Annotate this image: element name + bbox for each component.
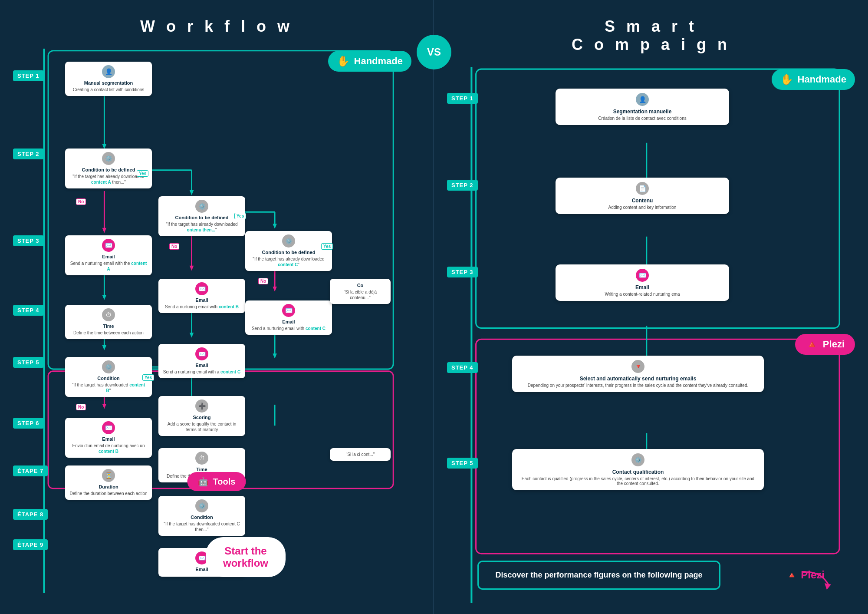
condition7-title: Condition (163, 514, 241, 520)
seg-manuelle-icon: 👤 (636, 93, 649, 106)
plezi-logo-bottom: 🔺 Plezi (786, 569, 825, 581)
card-condition5: ⚙️ Condition "If the target has download… (65, 357, 152, 397)
tools-badge: 🤖 Tools (187, 472, 246, 491)
discover-box: Discover the performance figures on the … (477, 561, 720, 590)
card-email-a: ✉️ Email Send a nurturing email with the… (65, 235, 152, 275)
yes-label-1: Yes (137, 170, 148, 177)
email-c2-body: Send a nurturing email with content C (250, 326, 328, 331)
start-workflow-button[interactable]: Start the workflow (206, 537, 286, 577)
step-5-label: STEP 5 (13, 357, 44, 368)
svg-marker-19 (190, 266, 194, 271)
condition7-body: "If the target has downloaded content C … (163, 521, 241, 532)
svg-marker-11 (102, 295, 107, 300)
si-la-cible-top-body: "Si la cible a déjà contenu..." (334, 289, 386, 300)
card-email-c: ✉️ Email Send a nurturing email with a c… (158, 344, 245, 378)
svg-marker-13 (102, 345, 107, 350)
card-time1: ⏱ Time Define the time between each acti… (65, 305, 152, 339)
step-6-label: STEP 6 (13, 418, 44, 429)
email-b2-body: Envoi d'un email de nurturing avec un co… (69, 443, 148, 454)
email-b-body: Send a nurturing email with content B (163, 304, 241, 310)
si-la-ci-body: "Si la ci cont..." (334, 452, 386, 457)
yes-label-2: Yes (234, 213, 246, 219)
card-condition2: ⚙️ Condition to be defined "If the targe… (158, 196, 245, 236)
step-9-label: ÉTAPE 9 (13, 539, 48, 550)
workflow-diagram: ✋ Handmade STEP 1 STEP 2 STEP 3 STEP 4 S… (9, 49, 424, 593)
svg-marker-27 (190, 333, 194, 338)
manual-seg-title: Manual segmentation (69, 80, 148, 86)
svg-marker-6 (102, 228, 107, 233)
vs-circle: VS (417, 35, 451, 69)
duration-title: Duration (69, 484, 148, 490)
time1-body: Define the time between each action (69, 330, 148, 336)
handmade-icon-right: ✋ (780, 73, 793, 86)
email-a-icon: ✉️ (102, 239, 115, 252)
email-b-icon: ✉️ (195, 282, 208, 295)
card-si-la-ci: "Si la ci cont..." (330, 448, 391, 461)
card-auto-send: 🔻 Select and automatically send nurturin… (512, 356, 764, 392)
handmade-icon-left: ✋ (337, 55, 350, 67)
seg-manuelle-body: Création de la liste de contact avec con… (562, 116, 723, 121)
card-email-b2: ✉️ Email Envoi d'un email de nurturing a… (65, 418, 152, 458)
plezi-logo-icon: 🔺 (786, 570, 797, 580)
email-c2-title: Email (250, 319, 328, 325)
card-condition1: ⚙️ Condition to be defined "If the targe… (65, 149, 152, 188)
no-label-2: No (169, 243, 179, 250)
svg-marker-24 (273, 287, 277, 292)
duration-icon: ⏳ (102, 469, 115, 482)
condition3-body: "If the target has already downloaded co… (250, 256, 328, 267)
si-la-cible-top-title: Co (334, 282, 386, 288)
right-step-1-label: STEP 1 (447, 93, 478, 104)
duration-body: Define the duration between each action (69, 491, 148, 496)
email-a-title: Email (69, 254, 148, 260)
card-condition7: ⚙️ Condition "If the target has download… (158, 496, 245, 536)
email-b2-icon: ✉️ (102, 421, 115, 434)
auto-send-title: Select and automatically send nurturing … (518, 376, 758, 382)
card-contenu: 📄 Contenu Adding content and key informa… (556, 178, 729, 214)
vs-label: VS (427, 46, 441, 58)
card-duration: ⏳ Duration Define the duration between e… (65, 465, 152, 500)
time1-title: Time (69, 323, 148, 329)
right-panel: S m a r t C o m p a i g n (434, 0, 868, 614)
email-c2-icon: ✉️ (282, 304, 295, 317)
no-label-1: No (76, 198, 86, 205)
no-label-5: No (76, 404, 86, 410)
person-icon: 👤 (102, 65, 115, 78)
main-container: VS W o r k f l o w (0, 0, 868, 614)
discover-text: Discover the performance figures on the … (495, 571, 702, 579)
card-si-la-cible-top: Co "Si la cible a déjà contenu..." (330, 279, 391, 304)
scoring-title: Scoring (163, 414, 241, 420)
left-panel: W o r k f l o w (0, 0, 434, 614)
condition5-body: "If the target has downloaded content B" (69, 382, 148, 393)
scoring-body: Add a score to qualify the contact in te… (163, 421, 241, 432)
condition1-icon: ⚙️ (102, 152, 115, 165)
right-step-4-label: STEP 4 (447, 362, 478, 373)
tools-label: Tools (213, 477, 236, 487)
email-right-icon: ✉️ (636, 269, 649, 282)
condition2-icon: ⚙️ (195, 200, 208, 213)
manual-seg-body: Creating a contact list with conditions (69, 87, 148, 92)
card-condition3: ⚙️ Condition to be defined "If the targe… (245, 231, 332, 271)
plezi-badge: 🔺 Plezi (795, 334, 855, 355)
step-1-label: STEP 1 (13, 70, 44, 81)
condition7-icon: ⚙️ (195, 499, 208, 512)
email-right-title: Email (562, 284, 723, 290)
svg-marker-42 (825, 583, 831, 590)
plezi-logo-text: Plezi (801, 569, 825, 581)
yes-label-3: Yes (321, 243, 333, 250)
card-scoring: ➕ Scoring Add a score to qualify the con… (158, 396, 245, 436)
condition5-title: Condition (69, 375, 148, 381)
svg-marker-28 (273, 353, 277, 359)
condition3-icon: ⚙️ (282, 234, 295, 248)
svg-marker-15 (102, 404, 107, 409)
email-c-icon: ✉️ (195, 347, 208, 360)
auto-send-body: Depending on your prospects' interests, … (518, 383, 758, 388)
plezi-icon: 🔺 (806, 338, 819, 350)
tools-icon: 🤖 (198, 476, 209, 487)
step-2-label: STEP 2 (13, 149, 44, 159)
condition2-body: "If the target has already downloaded on… (163, 221, 241, 233)
yes-label-5: Yes (142, 374, 154, 381)
email-right-body: Writing a content-related nurturing ema (562, 292, 723, 297)
step-4-label: STEP 4 (13, 305, 44, 316)
condition3-title: Condition to be defined (250, 249, 328, 255)
contenu-icon: 📄 (636, 182, 649, 195)
